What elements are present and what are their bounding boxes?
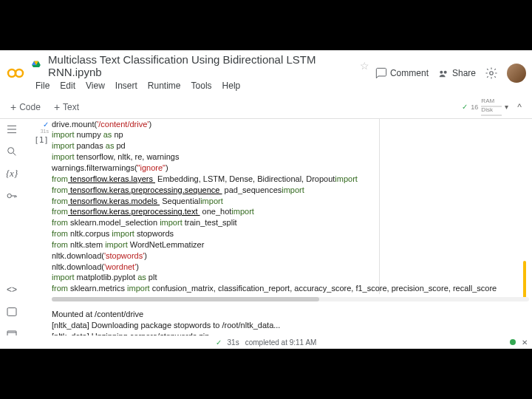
comment-button[interactable]: Comment (375, 67, 429, 79)
collapse-button[interactable]: ^ (513, 100, 526, 114)
notebook-title[interactable]: Multiclass Text Classification Using Bid… (48, 53, 354, 78)
secrets-icon[interactable] (6, 190, 18, 202)
share-button[interactable]: Share (437, 67, 476, 79)
horizontal-scrollbar[interactable] (52, 297, 529, 301)
check-icon: ✓ (216, 338, 222, 347)
close-status-icon[interactable]: ✕ (522, 338, 528, 347)
code-cell: ✓ 31s [1] drive.mount('/content/drive')i… (27, 119, 529, 295)
menu-help[interactable]: Help (218, 79, 245, 92)
add-code-button[interactable]: +Code (6, 99, 45, 115)
menu-file[interactable]: File (31, 79, 54, 92)
drive-icon (31, 60, 42, 72)
svg-point-5 (8, 147, 14, 153)
user-avatar[interactable] (507, 64, 526, 83)
add-text-button[interactable]: +Text (50, 99, 83, 115)
notebook-main: ✓ 31s [1] drive.mount('/content/drive')i… (24, 119, 532, 346)
menu-runtime[interactable]: Runtime (143, 79, 185, 92)
star-icon[interactable]: ☆ (360, 60, 369, 72)
svg-point-4 (490, 71, 494, 75)
toc-icon[interactable] (6, 123, 18, 135)
svg-point-2 (440, 70, 443, 73)
menu-tools[interactable]: Tools (187, 79, 216, 92)
svg-point-6 (7, 194, 11, 197)
cell-status-icon[interactable]: ✓ (27, 120, 49, 129)
code-icon[interactable]: <> (6, 284, 18, 296)
header: Multiclass Text Classification Using Bid… (0, 50, 532, 96)
status-bar: ✓ 31s completed at 9:11 AM ✕ (0, 335, 532, 349)
variables-icon[interactable]: {x} (6, 168, 18, 180)
menu-view[interactable]: View (81, 79, 109, 92)
settings-gear-icon[interactable] (485, 66, 498, 80)
toolbar: +Code +Text ✓ 16 RAM Disk ▾ ^ (0, 96, 532, 119)
menu-insert[interactable]: Insert (111, 79, 142, 92)
left-sidebar: {x} <> (0, 119, 24, 346)
svg-rect-7 (7, 308, 16, 316)
code-editor[interactable]: drive.mount('/content/drive')import nump… (52, 119, 529, 295)
search-icon[interactable] (6, 146, 18, 157)
svg-point-1 (16, 69, 23, 77)
colab-logo[interactable] (6, 64, 25, 83)
connection-dot (510, 339, 516, 345)
terminal-icon[interactable] (6, 306, 18, 318)
chevron-down-icon[interactable]: ▾ (505, 103, 508, 111)
menu-edit[interactable]: Edit (55, 79, 80, 92)
menu-bar: FileEditViewInsertRuntimeToolsHelp (31, 79, 369, 92)
svg-point-3 (444, 70, 447, 73)
runtime-status[interactable]: ✓ 16 RAM Disk ▾ (462, 98, 508, 116)
svg-point-0 (8, 69, 16, 77)
